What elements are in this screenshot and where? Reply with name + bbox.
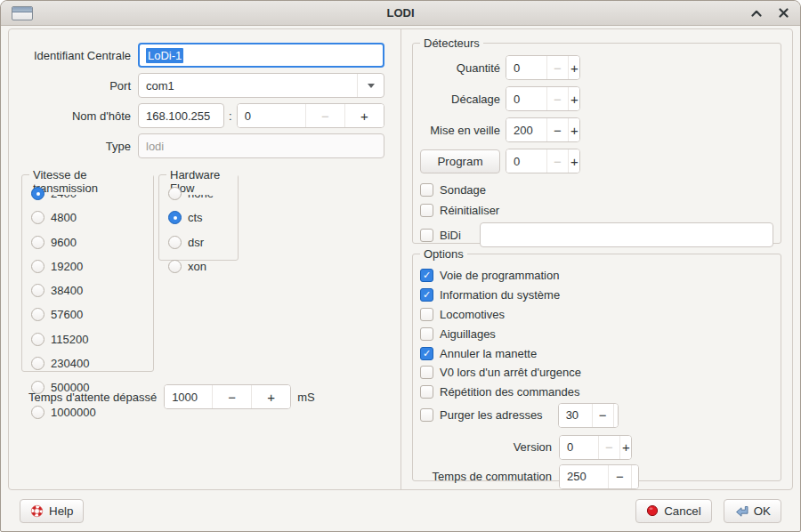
- quantity-minus-button[interactable]: −: [546, 56, 568, 79]
- shade-window-button[interactable]: [750, 7, 763, 20]
- baud-option-19200[interactable]: 19200: [31, 257, 153, 276]
- cancel-button[interactable]: Cancel: [635, 499, 712, 523]
- program-spinner: 0 − +: [506, 149, 580, 173]
- host-port-plus-button[interactable]: +: [344, 104, 384, 127]
- radio-icon: [31, 308, 44, 321]
- standby-spinner: 200 − +: [506, 117, 580, 142]
- options-checkbox-row[interactable]: Aiguillages: [420, 324, 773, 343]
- host-port-separator: :: [229, 109, 232, 123]
- offset-minus-button[interactable]: −: [546, 87, 568, 110]
- quantity-value[interactable]: 0: [506, 56, 546, 79]
- program-plus-button[interactable]: +: [568, 149, 579, 173]
- checkbox-icon[interactable]: [420, 308, 433, 321]
- commutation-spinner: 250 − +: [559, 464, 639, 489]
- hardware-flow-options: nonectsdsrxon: [168, 184, 238, 276]
- checkbox-icon[interactable]: [420, 385, 433, 399]
- options-checkbox-row[interactable]: V0 lors d'un arrêt d'urgence: [420, 363, 773, 383]
- timeout-minus-button[interactable]: −: [212, 385, 251, 408]
- connection-pane: Identifiant Centrale LoDi-1 Port com1 No…: [9, 29, 401, 489]
- baud-option-9600[interactable]: 9600: [31, 233, 153, 252]
- checkbox-icon[interactable]: [420, 366, 433, 379]
- window-title: LODI: [1, 6, 800, 20]
- radio-icon: [168, 187, 182, 200]
- purge-value[interactable]: 30: [559, 404, 592, 427]
- commutation-value[interactable]: 250: [560, 465, 608, 488]
- standby-label: Mise en veille: [420, 124, 500, 137]
- checkbox-icon[interactable]: [420, 204, 433, 217]
- port-combobox[interactable]: com1: [138, 73, 384, 98]
- bidi-row[interactable]: BiDi: [420, 222, 773, 248]
- purge-label: Purger les adresses: [440, 408, 543, 422]
- host-port-spinner: 0 − +: [237, 103, 384, 128]
- options-checkboxes: ✓Voie de programmation✓Information du sy…: [420, 266, 773, 402]
- ok-button[interactable]: OK: [724, 499, 781, 523]
- host-port-minus-button[interactable]: −: [305, 104, 344, 127]
- chevron-up-icon: [751, 10, 762, 17]
- identifier-input[interactable]: LoDi-1: [138, 43, 384, 68]
- version-plus-button[interactable]: +: [619, 436, 631, 459]
- purge-checkbox[interactable]: [420, 408, 433, 422]
- baud-option-115200[interactable]: 115200: [31, 330, 153, 349]
- identifier-label: Identifiant Centrale: [20, 49, 131, 62]
- options-group: Options ✓Voie de programmation✓Informati…: [412, 254, 781, 481]
- timeout-unit-label: mS: [297, 391, 315, 404]
- type-row: Type lodi: [20, 133, 384, 158]
- baud-option-500000[interactable]: 500000: [31, 378, 153, 397]
- host-port-value[interactable]: 0: [238, 104, 305, 127]
- options-checkbox-row[interactable]: ✓Voie de programmation: [420, 266, 773, 286]
- baud-option-57600[interactable]: 57600: [31, 305, 153, 324]
- program-value[interactable]: 0: [506, 149, 546, 173]
- options-checkbox-row[interactable]: ✓Annuler la manette: [420, 343, 773, 363]
- host-input[interactable]: 168.100.255: [138, 103, 224, 128]
- radio-icon: [168, 236, 182, 249]
- timeout-plus-button[interactable]: +: [251, 385, 290, 408]
- flow-option-label: cts: [188, 211, 203, 224]
- detectors-checkbox-row[interactable]: Sondage: [420, 180, 773, 199]
- checkbox-icon[interactable]: ✓: [420, 269, 433, 282]
- baud-option-4800[interactable]: 4800: [31, 208, 153, 227]
- bidi-checkbox[interactable]: [420, 229, 433, 242]
- port-dropdown-button[interactable]: [357, 74, 384, 97]
- type-input[interactable]: lodi: [138, 133, 384, 158]
- cancel-red-circle-icon: [646, 504, 659, 517]
- hardware-flow-group: Hardware Flow nonectsdsrxon: [158, 174, 239, 261]
- timeout-value[interactable]: 1000: [165, 385, 212, 408]
- version-minus-button[interactable]: −: [598, 436, 619, 459]
- identifier-row: Identifiant Centrale LoDi-1: [20, 43, 384, 68]
- commutation-plus-button[interactable]: +: [631, 465, 638, 488]
- purge-plus-button[interactable]: +: [613, 404, 618, 427]
- flow-option-cts[interactable]: cts: [168, 208, 238, 227]
- quantity-row: Quantité 0 − +: [420, 55, 773, 80]
- program-button[interactable]: Program: [420, 149, 500, 173]
- offset-plus-button[interactable]: +: [568, 87, 579, 110]
- checkbox-icon[interactable]: [420, 327, 433, 341]
- purge-spinner: 30 − +: [558, 403, 619, 428]
- options-checkbox-row[interactable]: ✓Information du système: [420, 286, 773, 305]
- commutation-minus-button[interactable]: −: [608, 465, 631, 488]
- standby-plus-button[interactable]: +: [568, 118, 579, 141]
- options-checkbox-row[interactable]: Répétition des commandes: [420, 383, 773, 402]
- standby-minus-button[interactable]: −: [546, 118, 568, 141]
- version-value[interactable]: 0: [560, 436, 598, 459]
- help-button[interactable]: Help: [20, 499, 84, 523]
- flow-option-dsr[interactable]: dsr: [168, 233, 238, 252]
- purge-minus-button[interactable]: −: [592, 404, 613, 427]
- flow-option-xon[interactable]: xon: [168, 257, 238, 276]
- options-checkbox-row[interactable]: Locomotives: [420, 305, 773, 325]
- checkbox-icon[interactable]: [420, 183, 433, 197]
- ok-button-label: OK: [754, 504, 771, 518]
- checkbox-icon[interactable]: ✓: [420, 347, 433, 360]
- baud-option-1000000[interactable]: 1000000: [31, 403, 153, 422]
- standby-value[interactable]: 200: [506, 118, 546, 141]
- program-minus-button[interactable]: −: [546, 149, 568, 173]
- baud-option-230400[interactable]: 230400: [31, 354, 153, 373]
- offset-value[interactable]: 0: [506, 87, 546, 110]
- checkbox-icon[interactable]: ✓: [420, 288, 433, 302]
- close-window-button[interactable]: [777, 7, 789, 20]
- baud-option-38400[interactable]: 38400: [31, 281, 153, 300]
- quantity-plus-button[interactable]: +: [568, 56, 579, 79]
- purge-row[interactable]: Purger les adresses 30 − +: [420, 402, 773, 429]
- bidi-input[interactable]: [480, 222, 773, 247]
- detectors-checkbox-row[interactable]: Réinitialiser: [420, 200, 773, 220]
- identifier-value: LoDi-1: [146, 48, 183, 63]
